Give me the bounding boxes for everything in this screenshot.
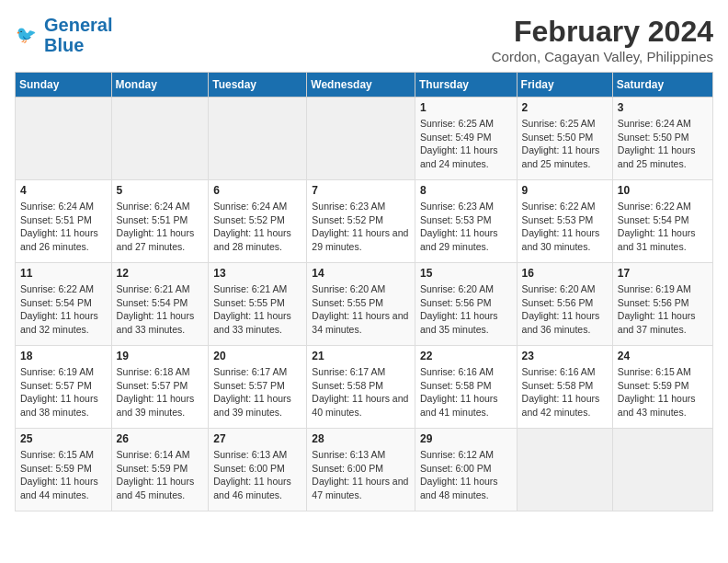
day-info: Sunrise: 6:17 AMSunset: 5:58 PMDaylight:… [312,365,410,419]
calendar-cell [307,98,415,180]
day-number: 25 [20,432,107,445]
day-info: Sunrise: 6:13 AMSunset: 6:00 PMDaylight:… [312,448,410,502]
calendar-cell: 18Sunrise: 6:19 AMSunset: 5:57 PMDayligh… [16,346,112,429]
day-number: 7 [312,184,410,197]
day-number: 11 [20,267,107,280]
day-info: Sunrise: 6:18 AMSunset: 5:57 PMDaylight:… [117,365,204,419]
day-info: Sunrise: 6:23 AMSunset: 5:52 PMDaylight:… [312,200,410,254]
day-info: Sunrise: 6:23 AMSunset: 5:53 PMDaylight:… [420,200,512,254]
day-number: 29 [420,432,512,445]
calendar-cell: 3Sunrise: 6:24 AMSunset: 5:50 PMDaylight… [612,98,712,180]
col-header-tuesday: Tuesday [209,73,307,98]
calendar-cell: 4Sunrise: 6:24 AMSunset: 5:51 PMDaylight… [16,180,112,263]
day-info: Sunrise: 6:24 AMSunset: 5:51 PMDaylight:… [117,200,204,254]
day-number: 6 [213,184,301,197]
day-info: Sunrise: 6:22 AMSunset: 5:54 PMDaylight:… [618,200,708,254]
day-number: 3 [618,101,708,114]
calendar-cell: 14Sunrise: 6:20 AMSunset: 5:55 PMDayligh… [307,263,415,346]
day-number: 24 [618,350,708,362]
day-info: Sunrise: 6:22 AMSunset: 5:54 PMDaylight:… [20,282,107,337]
location: Cordon, Cagayan Valley, Philippines [492,49,713,64]
calendar-cell: 21Sunrise: 6:17 AMSunset: 5:58 PMDayligh… [307,346,415,429]
day-info: Sunrise: 6:16 AMSunset: 5:58 PMDaylight:… [522,365,608,419]
calendar-cell: 6Sunrise: 6:24 AMSunset: 5:52 PMDaylight… [209,180,307,263]
day-number: 2 [522,101,608,114]
day-info: Sunrise: 6:15 AMSunset: 5:59 PMDaylight:… [618,365,708,419]
col-header-thursday: Thursday [415,73,517,98]
day-info: Sunrise: 6:24 AMSunset: 5:51 PMDaylight:… [20,200,107,254]
day-number: 23 [522,350,608,362]
calendar-cell: 20Sunrise: 6:17 AMSunset: 5:57 PMDayligh… [209,346,307,429]
day-info: Sunrise: 6:20 AMSunset: 5:56 PMDaylight:… [522,282,608,337]
day-number: 14 [312,267,410,280]
day-info: Sunrise: 6:14 AMSunset: 5:59 PMDaylight:… [117,448,204,502]
logo-line2: Blue [44,35,84,55]
svg-text:🐦: 🐦 [16,25,37,45]
calendar-cell: 12Sunrise: 6:21 AMSunset: 5:54 PMDayligh… [111,263,209,346]
calendar-cell: 10Sunrise: 6:22 AMSunset: 5:54 PMDayligh… [612,180,712,263]
calendar-cell [209,98,307,180]
calendar-cell: 2Sunrise: 6:25 AMSunset: 5:50 PMDaylight… [517,98,612,180]
logo-text: General Blue [44,15,112,55]
week-row-2: 4Sunrise: 6:24 AMSunset: 5:51 PMDaylight… [16,180,713,263]
calendar-cell [612,429,712,511]
calendar-cell [111,98,209,180]
day-info: Sunrise: 6:19 AMSunset: 5:57 PMDaylight:… [20,365,107,419]
calendar-cell: 26Sunrise: 6:14 AMSunset: 5:59 PMDayligh… [111,429,209,511]
day-number: 5 [117,184,204,197]
day-number: 28 [312,432,410,445]
day-number: 16 [522,267,608,280]
day-info: Sunrise: 6:20 AMSunset: 5:56 PMDaylight:… [420,282,512,337]
day-number: 22 [420,350,512,362]
col-header-saturday: Saturday [612,73,712,98]
day-number: 8 [420,184,512,197]
calendar-cell: 29Sunrise: 6:12 AMSunset: 6:00 PMDayligh… [415,429,517,511]
day-number: 17 [618,267,708,280]
day-info: Sunrise: 6:21 AMSunset: 5:54 PMDaylight:… [117,282,204,337]
day-info: Sunrise: 6:15 AMSunset: 5:59 PMDaylight:… [20,448,107,502]
day-number: 15 [420,267,512,280]
calendar-cell: 8Sunrise: 6:23 AMSunset: 5:53 PMDaylight… [415,180,517,263]
day-number: 26 [117,432,204,445]
title-block: February 2024 Cordon, Cagayan Valley, Ph… [492,15,713,64]
calendar-header-row: SundayMondayTuesdayWednesdayThursdayFrid… [16,73,713,98]
day-info: Sunrise: 6:24 AMSunset: 5:50 PMDaylight:… [618,117,708,171]
day-number: 12 [117,267,204,280]
calendar-cell: 22Sunrise: 6:16 AMSunset: 5:58 PMDayligh… [415,346,517,429]
week-row-4: 18Sunrise: 6:19 AMSunset: 5:57 PMDayligh… [16,346,713,429]
day-info: Sunrise: 6:16 AMSunset: 5:58 PMDaylight:… [420,365,512,419]
col-header-friday: Friday [517,73,612,98]
day-info: Sunrise: 6:25 AMSunset: 5:50 PMDaylight:… [522,117,608,171]
day-number: 21 [312,350,410,362]
calendar-cell: 19Sunrise: 6:18 AMSunset: 5:57 PMDayligh… [111,346,209,429]
day-number: 18 [20,350,107,362]
day-number: 20 [213,350,301,362]
day-number: 27 [213,432,301,445]
day-number: 13 [213,267,301,280]
logo-line1: General [44,15,112,35]
calendar-cell: 16Sunrise: 6:20 AMSunset: 5:56 PMDayligh… [517,263,612,346]
day-number: 4 [20,184,107,197]
day-info: Sunrise: 6:17 AMSunset: 5:57 PMDaylight:… [213,365,301,419]
calendar-cell [517,429,612,511]
calendar-cell: 7Sunrise: 6:23 AMSunset: 5:52 PMDaylight… [307,180,415,263]
logo: 🐦 General Blue [15,15,112,55]
calendar-cell: 1Sunrise: 6:25 AMSunset: 5:49 PMDaylight… [415,98,517,180]
week-row-3: 11Sunrise: 6:22 AMSunset: 5:54 PMDayligh… [16,263,713,346]
day-info: Sunrise: 6:12 AMSunset: 6:00 PMDaylight:… [420,448,512,502]
calendar-cell: 11Sunrise: 6:22 AMSunset: 5:54 PMDayligh… [16,263,112,346]
calendar-cell: 23Sunrise: 6:16 AMSunset: 5:58 PMDayligh… [517,346,612,429]
calendar-cell: 5Sunrise: 6:24 AMSunset: 5:51 PMDaylight… [111,180,209,263]
day-number: 9 [522,184,608,197]
calendar-cell: 25Sunrise: 6:15 AMSunset: 5:59 PMDayligh… [16,429,112,511]
week-row-5: 25Sunrise: 6:15 AMSunset: 5:59 PMDayligh… [16,429,713,511]
page-header: 🐦 General Blue February 2024 Cordon, Cag… [15,15,713,64]
calendar-cell: 27Sunrise: 6:13 AMSunset: 6:00 PMDayligh… [209,429,307,511]
day-number: 1 [420,101,512,114]
calendar-cell: 15Sunrise: 6:20 AMSunset: 5:56 PMDayligh… [415,263,517,346]
calendar-cell [16,98,112,180]
day-info: Sunrise: 6:24 AMSunset: 5:52 PMDaylight:… [213,200,301,254]
day-number: 10 [618,184,708,197]
calendar-cell: 13Sunrise: 6:21 AMSunset: 5:55 PMDayligh… [209,263,307,346]
day-info: Sunrise: 6:21 AMSunset: 5:55 PMDaylight:… [213,282,301,337]
